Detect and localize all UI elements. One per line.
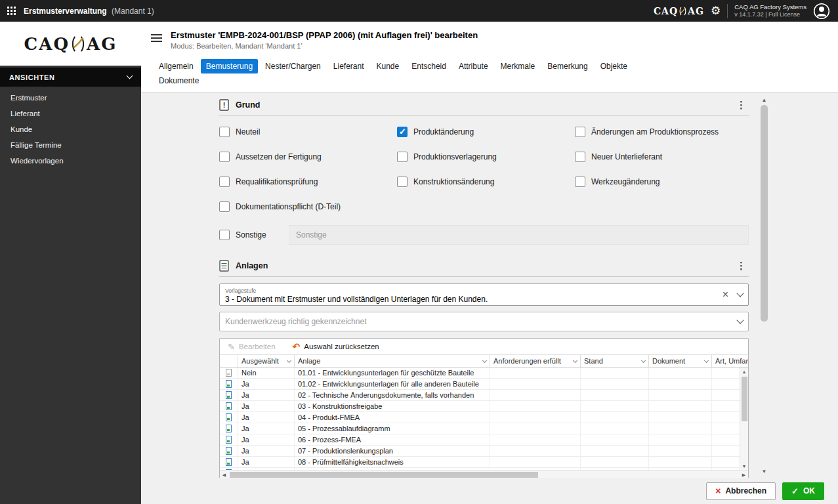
tab-merkmale[interactable]: Merkmale [495, 59, 541, 74]
caq-logo-topbar: CAQ AG [654, 6, 704, 16]
caq-logo: CAQ AG [24, 34, 117, 54]
scroll-down-arrow-icon[interactable]: ▼ [740, 462, 748, 470]
checkbox-konstruktionsaenderung[interactable]: Konstruktionsänderung [397, 177, 575, 187]
column-header-anforderungen[interactable]: Anforderungen erfüllt [490, 355, 581, 367]
column-label: Dokument [652, 357, 685, 365]
table-row[interactable]: Ja 01.02 - Entwicklungsunterlagen für al… [220, 379, 748, 390]
sonstige-row: Sonstige [219, 225, 749, 245]
cell-anforderungen [490, 446, 581, 456]
chevron-down-icon[interactable] [736, 316, 744, 324]
table-row[interactable]: Ja 06 - Prozess-FMEA [220, 434, 748, 446]
clear-icon[interactable]: × [723, 289, 728, 300]
tab-lieferant[interactable]: Lieferant [328, 59, 369, 74]
checkbox-aussetzen-fertigung[interactable]: Aussetzen der Fertigung [219, 152, 397, 162]
checkbox-produktionsverlagerung[interactable]: Produktionsverlagerung [397, 152, 575, 162]
cell-ausgewaehlt: Ja [238, 457, 295, 467]
vorlagestufe-select[interactable]: Vorlagestufe 3 - Dokument mit Erstmuster… [219, 284, 749, 306]
checkbox-box [397, 127, 408, 137]
column-label: Ausgewählt [241, 357, 279, 365]
table-row[interactable]: Ja 08 - Prüfmittelfähigkeitsnachweis [220, 457, 748, 468]
tab-nester-chargen[interactable]: Nester/Chargen [260, 59, 326, 74]
column-header-dokument[interactable]: Dokument [649, 355, 712, 367]
footer-bar: × Abbrechen ✓ OK [141, 478, 838, 504]
page-vertical-scrollbar[interactable]: ▲ ▼ [759, 95, 769, 476]
scroll-up-arrow-icon[interactable]: ▲ [759, 95, 769, 104]
scroll-left-arrow-icon[interactable]: ◀ [220, 471, 228, 478]
tab-attribute[interactable]: Attribute [453, 59, 493, 74]
checkbox-box [219, 230, 230, 240]
kundenwerkzeug-select[interactable]: Kundenwerkzeug richtig gekennzeichnet [219, 312, 749, 331]
anlagen-table: ✎ Bearbeiten ↶ Auswahl zurücksetzen Ausg… [219, 338, 749, 478]
tab-bemerkung[interactable]: Bemerkung [542, 59, 593, 74]
apps-grid-dots [7, 6, 16, 16]
cell-dokument [649, 434, 712, 445]
scroll-down-arrow-icon[interactable]: ▼ [759, 467, 769, 476]
table-row[interactable]: Ja 03 - Konstruktionsfreigabe [220, 401, 748, 412]
checkbox-box [219, 152, 230, 162]
cell-ausgewaehlt: Ja [238, 434, 295, 445]
hamburger-menu-icon[interactable] [151, 32, 162, 44]
scroll-right-arrow-icon[interactable]: ▶ [740, 471, 748, 478]
kebab-menu-icon[interactable]: ⋮ [734, 260, 749, 272]
table-vertical-scrollbar[interactable]: ▲ ▼ [740, 368, 748, 470]
table-row[interactable]: Ja 05 - Prozessablaufdiagramm [220, 423, 748, 434]
apps-grid-icon[interactable] [0, 0, 22, 22]
tab-dokumente[interactable]: Dokumente [154, 74, 204, 88]
bearbeiten-button[interactable]: ✎ Bearbeiten [228, 342, 276, 352]
column-header-art-umfang[interactable]: Art, Umfang [712, 355, 748, 367]
checkbox-werkzeugaenderung[interactable]: Werkzeugänderung [575, 177, 749, 187]
auswahl-zuruecksetzen-button[interactable]: ↶ Auswahl zurücksetzen [293, 341, 379, 352]
sidebar-item-lieferant[interactable]: Lieferant [0, 106, 141, 121]
table-row[interactable]: Nein 01.01 - Entwicklungsunterlagen für … [220, 368, 748, 379]
sidebar-item-wiedervorlagen[interactable]: Wiedervorlagen [0, 153, 141, 169]
checkbox-requalifikationspruefung[interactable]: Requalifikationsprüfung [219, 177, 397, 187]
kebab-menu-icon[interactable]: ⋮ [734, 99, 749, 111]
cell-icon [220, 446, 238, 456]
scrollbar-thumb[interactable] [230, 472, 538, 478]
ok-button[interactable]: ✓ OK [782, 482, 824, 500]
cell-anlage: 03 - Konstruktionsfreigabe [295, 401, 490, 411]
cell-dokument [649, 423, 712, 434]
checkbox-label: Dokumentationspflicht (D-Teil) [236, 202, 341, 211]
main-panel: Erstmuster 'EMPB-2024-001/BSP (PPAP 2006… [141, 22, 838, 504]
scroll-up-arrow-icon[interactable]: ▲ [740, 368, 748, 375]
sonstige-input[interactable] [289, 225, 749, 245]
checkbox-label: Requalifikationsprüfung [236, 177, 318, 186]
checkbox-sonstige[interactable]: Sonstige [219, 230, 289, 240]
user-avatar-icon[interactable] [813, 3, 830, 20]
cell-anlage: 06 - Prozess-FMEA [295, 434, 490, 445]
cancel-button[interactable]: × Abbrechen [706, 482, 776, 500]
cell-stand [581, 368, 649, 378]
checkbox-aenderungen-produktionsprozess[interactable]: Änderungen am Produktionsprozess [575, 127, 749, 137]
table-horizontal-scrollbar[interactable]: ◀ ▶ [220, 470, 748, 478]
table-row[interactable]: Ja 07 - Produktionslenkungsplan [220, 446, 748, 457]
topbar-right: CAQ AG ⚙ CAQ AG Factory Systems v 14.1.7… [654, 3, 838, 20]
gear-icon[interactable]: ⚙ [711, 5, 721, 16]
tab-allgemein[interactable]: Allgemein [154, 59, 199, 74]
grund-section-header: ! Grund ⋮ [219, 99, 749, 116]
cell-anlage: 07 - Produktionslenkungsplan [295, 446, 490, 456]
checkbox-neuteil[interactable]: Neuteil [219, 127, 397, 137]
sidebar-section-ansichten[interactable]: ANSICHTEN [0, 68, 141, 87]
tab-bar: Allgemein Bemusterung Nester/Chargen Lie… [141, 58, 838, 93]
chevron-down-icon[interactable] [736, 289, 744, 297]
sidebar-item-erstmuster[interactable]: Erstmuster [0, 90, 141, 106]
column-header-anlage[interactable]: Anlage [295, 355, 490, 367]
tab-entscheid[interactable]: Entscheid [406, 59, 451, 74]
table-row[interactable]: Ja 02 - Technische Änderungsdokumente, f… [220, 390, 748, 401]
sidebar-item-faellige-termine[interactable]: Fällige Termine [0, 137, 141, 153]
checkbox-label: Konstruktionsänderung [413, 177, 494, 186]
checkbox-produktaenderung[interactable]: Produktänderung [397, 127, 575, 137]
column-header-stand[interactable]: Stand [581, 355, 649, 367]
checkbox-neuer-unterlieferant[interactable]: Neuer Unterlieferant [575, 152, 749, 162]
tab-bemusterung[interactable]: Bemusterung [201, 59, 258, 74]
tab-kunde[interactable]: Kunde [371, 59, 405, 74]
content-area: ! Grund ⋮ Neuteil Produktänderung [141, 93, 838, 478]
column-header-ausgewaehlt[interactable]: Ausgewählt [238, 355, 295, 367]
tab-objekte[interactable]: Objekte [595, 59, 633, 74]
checkbox-dokumentationspflicht[interactable]: Dokumentationspflicht (D-Teil) [219, 201, 749, 212]
scrollbar-thumb[interactable] [742, 377, 747, 421]
sidebar-item-kunde[interactable]: Kunde [0, 121, 141, 137]
table-row[interactable]: Ja 04 - Produkt-FMEA [220, 412, 748, 423]
scrollbar-thumb[interactable] [761, 105, 768, 322]
